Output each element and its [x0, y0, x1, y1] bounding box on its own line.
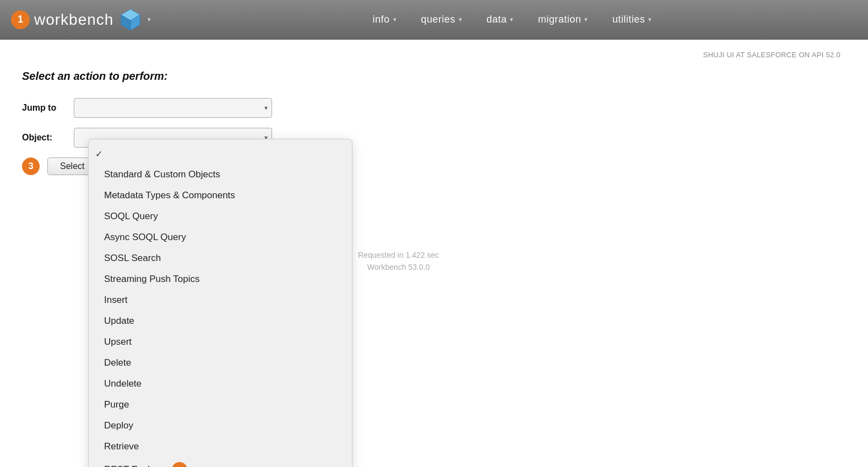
checkmark-icon: ✓	[95, 149, 104, 159]
dropdown-label-retrieve: Retrieve	[104, 441, 139, 452]
dropdown-item-delete[interactable]: Delete	[89, 352, 352, 373]
footer-line2: Workbench 53.0.0	[358, 261, 439, 273]
dropdown-item-undelete[interactable]: Undelete	[89, 373, 352, 394]
dropdown-item-rest-explorer[interactable]: REST Explorer 2	[89, 457, 352, 467]
footer-line1: Requested in 1.422 sec	[358, 249, 439, 261]
jump-to-select-wrapper	[74, 98, 272, 118]
dropdown-label-metadata-types-components: Metadata Types & Components	[104, 190, 235, 201]
dropdown-label-deploy: Deploy	[104, 420, 133, 431]
brand-section: 1 workbench ▾	[11, 7, 151, 32]
jump-to-row: Jump to	[22, 98, 846, 118]
dropdown-label-insert: Insert	[104, 295, 128, 306]
dropdown-item-metadata-types-components[interactable]: Metadata Types & Components	[89, 185, 352, 206]
nav-data-label: data	[486, 14, 507, 25]
jump-to-label: Jump to	[22, 103, 66, 113]
dropdown-label-purge: Purge	[104, 399, 129, 410]
dropdown-label-streaming-push-topics: Streaming Push Topics	[104, 274, 200, 285]
dropdown-label-upsert: Upsert	[104, 336, 132, 347]
nav-migration-arrow: ▾	[584, 16, 588, 23]
dropdown-item-purge[interactable]: Purge	[89, 394, 352, 415]
nav-item-data[interactable]: data ▾	[474, 0, 526, 40]
dropdown-item-insert[interactable]: Insert	[89, 290, 352, 311]
object-label: Object:	[22, 133, 66, 143]
nav-items: info ▾ queries ▾ data ▾ migration ▾ util…	[167, 0, 857, 40]
step-1-badge: 1	[11, 10, 30, 29]
action-prompt: Select an action to perform:	[22, 70, 846, 83]
dropdown-item-standard-custom-objects[interactable]: Standard & Custom Objects	[89, 164, 352, 185]
navbar: 1 workbench ▾ info ▾ queries ▾ data ▾ mi…	[0, 0, 868, 40]
nav-info-arrow: ▾	[393, 16, 397, 23]
dropdown-label-delete: Delete	[104, 357, 131, 368]
dropdown-menu: ✓ Standard & Custom Objects Metadata Typ…	[88, 139, 352, 467]
cube-icon	[118, 7, 143, 32]
nav-item-queries[interactable]: queries ▾	[409, 0, 474, 40]
brand-dropdown-arrow[interactable]: ▾	[148, 16, 151, 23]
nav-item-migration[interactable]: migration ▾	[526, 0, 600, 40]
dropdown-label-soql-query: SOQL Query	[104, 211, 158, 222]
nav-utilities-label: utilities	[612, 14, 645, 25]
nav-info-label: info	[373, 14, 390, 25]
nav-data-arrow: ▾	[510, 16, 514, 23]
step-3-badge: 3	[22, 158, 40, 175]
brand-name: workbench	[34, 11, 113, 29]
dropdown-item-retrieve[interactable]: Retrieve	[89, 436, 352, 457]
main-content: SHUJI UI AT SALESFORCE ON API 52.0 Selec…	[0, 40, 868, 186]
dropdown-label-sosl-search: SOSL Search	[104, 253, 161, 264]
dropdown-item-sosl-search[interactable]: SOSL Search	[89, 248, 352, 269]
footer-info: Requested in 1.422 sec Workbench 53.0.0	[358, 249, 439, 274]
nav-utilities-arrow: ▾	[648, 16, 652, 23]
dropdown-item-upsert[interactable]: Upsert	[89, 332, 352, 352]
user-info: SHUJI UI AT SALESFORCE ON API 52.0	[22, 51, 846, 59]
dropdown-item-async-soql-query[interactable]: Async SOQL Query	[89, 227, 352, 248]
nav-queries-label: queries	[421, 14, 455, 25]
dropdown-item-check[interactable]: ✓	[89, 144, 352, 164]
dropdown-label-update: Update	[104, 316, 134, 327]
dropdown-item-soql-query[interactable]: SOQL Query	[89, 206, 352, 227]
step-2-badge: 2	[172, 462, 187, 467]
dropdown-label-async-soql-query: Async SOQL Query	[104, 232, 186, 243]
jump-to-select[interactable]	[74, 98, 272, 118]
nav-item-utilities[interactable]: utilities ▾	[600, 0, 664, 40]
dropdown-label-rest-explorer: REST Explorer	[104, 464, 166, 467]
nav-migration-label: migration	[538, 14, 582, 25]
nav-queries-arrow: ▾	[459, 16, 463, 23]
nav-item-info[interactable]: info ▾	[361, 0, 409, 40]
dropdown-item-update[interactable]: Update	[89, 311, 352, 332]
dropdown-label-standard-custom-objects: Standard & Custom Objects	[104, 169, 220, 180]
dropdown-item-deploy[interactable]: Deploy	[89, 415, 352, 436]
dropdown-item-streaming-push-topics[interactable]: Streaming Push Topics	[89, 269, 352, 290]
dropdown-label-undelete: Undelete	[104, 378, 142, 389]
